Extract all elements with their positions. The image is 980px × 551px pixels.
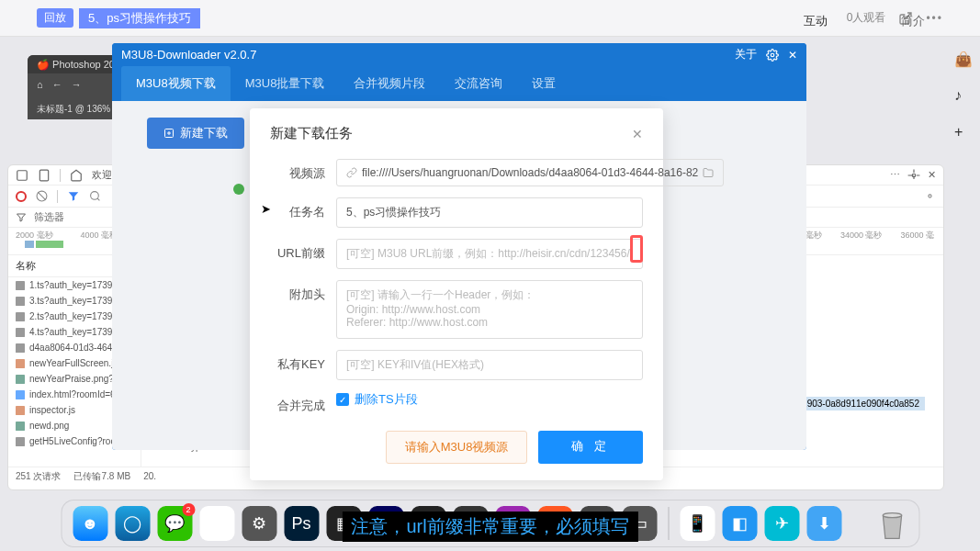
video-subtitle: 注意，url前缀非常重要，必须填写 [342,512,637,542]
name-input[interactable]: 5、ps习惯操作技巧 [336,197,643,228]
svg-point-23 [883,513,901,518]
inspect-icon[interactable] [16,169,28,182]
more-icon[interactable]: ••• [926,12,943,25]
tab-intro[interactable]: 简介 [901,13,925,35]
svg-rect-9 [16,297,25,306]
url-prefix-input[interactable]: [可空] M3U8 URL前缀，例如：http://heisir.cn/cdn/… [336,239,643,269]
tab-settings[interactable]: 设置 [517,66,570,101]
launchpad-icon[interactable]: ⊞ [199,506,234,541]
folder-icon[interactable] [703,167,714,178]
badge: 2 [182,503,195,516]
svg-rect-8 [16,281,25,290]
modal-close-icon[interactable]: ✕ [632,127,643,141]
clear-icon[interactable] [36,190,48,202]
new-download-button[interactable]: 新建下载 [147,118,244,149]
tab-batch-download[interactable]: M3U8批量下载 [231,66,340,101]
tab-video-download[interactable]: M3U8视频下载 [121,66,231,101]
svg-rect-11 [16,328,25,337]
source-input[interactable]: file:////Users/huangruonan/Downloads/d4a… [336,159,724,186]
settings-icon[interactable]: ⚙ [242,506,276,541]
filter-toggle-icon[interactable] [67,190,80,203]
svg-rect-18 [16,437,25,446]
edge-icon[interactable]: ◯ [115,506,150,541]
right-tabs: 互动 简介 [804,13,925,35]
timeline-tick: 毫秒 [805,230,822,242]
ps-title: Photoshop 202 [52,59,120,70]
trash-icon[interactable] [876,506,907,541]
app-icon[interactable]: ◧ [722,506,757,541]
window-title: M3U8-Downloader v2.0.7 [121,48,256,62]
iphone-mirror-icon[interactable]: 📱 [680,506,715,541]
photoshop-icon[interactable]: Ps [284,506,319,541]
svg-rect-0 [17,170,28,180]
svg-point-5 [91,192,99,200]
gear-icon[interactable] [766,49,779,62]
new-task-modal: 新建下载任务 ✕ 视频源 file:////Users/huangruonan/… [250,108,663,480]
headers-textarea[interactable]: [可空] 请输入一行一个Header，例如： Origin: http://ww… [336,280,643,339]
replay-badge[interactable]: 回放 [37,8,73,28]
page-title: 5、ps习惯操作技巧 [79,8,200,28]
private-key-input[interactable]: [可空] KEY和IV值(HEX格式) [336,350,643,380]
right-sidebar: 👜 ♪ + [951,51,974,141]
tab-feedback[interactable]: 交流咨询 [440,66,517,101]
delete-ts-checkbox[interactable]: ✓ [336,393,349,406]
device-icon[interactable] [38,169,51,182]
tab-merge-segments[interactable]: 合并视频片段 [339,66,440,101]
bag-icon[interactable]: 👜 [954,51,971,67]
svg-rect-17 [16,422,25,431]
home-icon[interactable] [70,169,83,182]
svg-point-7 [929,195,931,197]
more-icon[interactable]: ⋯ [890,169,900,181]
plus-icon[interactable]: + [954,124,971,141]
close-icon[interactable]: ✕ [788,49,797,62]
app-icon[interactable]: ✈ [764,506,799,541]
timeline-tick: 36000 毫 [900,230,934,242]
source-label: 视频源 [270,159,325,182]
ps-arrow-icon[interactable]: ← [52,79,62,90]
warning-button[interactable]: 请输入M3U8视频源 [386,431,528,464]
music-icon[interactable]: ♪ [954,87,971,104]
svg-rect-15 [16,390,25,399]
link-icon [346,167,357,178]
wechat-icon[interactable]: 💬2 [157,506,192,541]
modal-title: 新建下载任务 [270,125,353,142]
svg-rect-12 [16,343,25,353]
highlight-annotation [630,235,643,263]
settings-icon[interactable] [924,190,936,202]
downloads-icon[interactable]: ⬇ [806,506,841,541]
svg-rect-16 [16,406,25,415]
tab-interact[interactable]: 互动 [804,13,828,35]
svg-line-4 [38,192,46,200]
key-label: 私有KEY [270,350,325,373]
ps-home-icon[interactable]: ⌂ [37,79,43,90]
highlighted-text: 2903-0a8d911e090f4c0a852 [796,397,925,410]
record-icon[interactable] [16,191,27,202]
checkmark-icon [233,184,244,195]
status-number: 20. [143,471,156,481]
mouse-cursor: ➤ [261,202,271,216]
gear-icon[interactable] [907,169,920,182]
transferred-size: 已传输7.8 MB [73,470,130,483]
about-link[interactable]: 关于 [735,47,757,62]
timeline-tick: 34000 毫秒 [840,230,883,242]
ps-arrow-icon[interactable]: → [72,79,82,90]
delete-ts-label: 删除TS片段 [355,391,418,408]
plus-square-icon [163,128,175,139]
request-count: 251 次请求 [16,470,61,483]
prefix-label: URL前缀 [270,239,325,262]
svg-rect-13 [16,359,25,368]
svg-rect-1 [39,170,48,181]
close-icon[interactable]: ✕ [928,169,936,181]
svg-rect-14 [16,375,25,384]
funnel-icon [16,212,27,223]
headers-label: 附加头 [270,280,325,303]
svg-line-6 [97,198,99,200]
ok-button[interactable]: 确 定 [538,431,643,464]
svg-rect-10 [16,312,25,321]
filter-label[interactable]: 筛选器 [34,210,64,224]
finder-icon[interactable]: ☻ [73,506,107,541]
welcome-tab[interactable]: 欢迎 [92,168,112,182]
merge-label: 合并完成 [270,391,325,414]
svg-point-19 [771,53,774,57]
search-icon[interactable] [89,190,101,202]
